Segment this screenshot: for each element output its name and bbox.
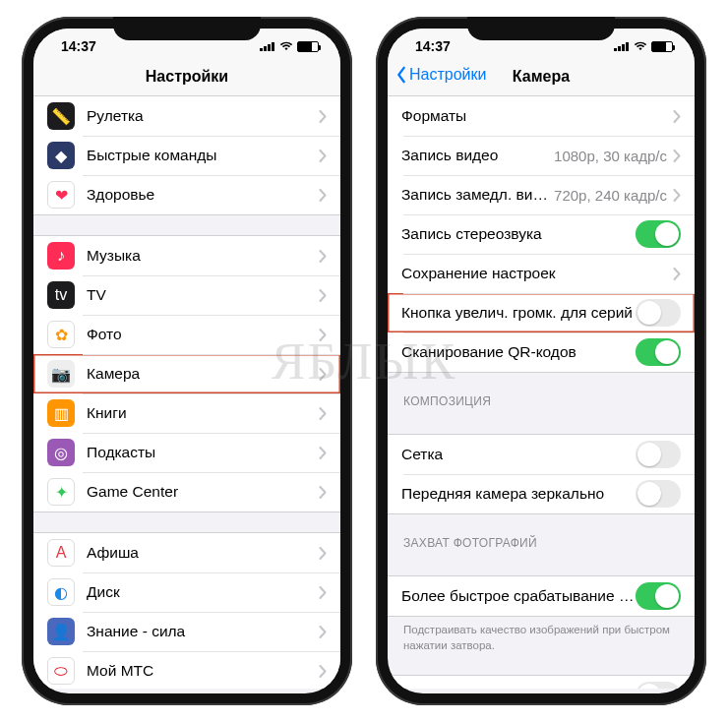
- row-label: Музыка: [87, 247, 319, 265]
- toggle-switch[interactable]: [636, 480, 681, 508]
- settings-row-mts[interactable]: ⬭Мой МТС: [33, 651, 340, 689]
- settings-row-afisha[interactable]: AАфиша: [33, 533, 340, 572]
- row-label: Быстрые команды: [87, 147, 319, 164]
- row-label: Game Center: [87, 483, 319, 501]
- chevron-right-icon: [319, 289, 327, 302]
- section-header: ЗАХВАТ ФОТОГРАФИЙ: [388, 514, 695, 556]
- row-label: Сетка: [401, 446, 636, 463]
- chevron-right-icon: [319, 447, 327, 459]
- toggle-switch[interactable]: [636, 682, 681, 689]
- settings-row-books[interactable]: ▥Книги: [33, 393, 340, 433]
- chevron-right-icon: [319, 586, 327, 599]
- camera-row[interactable]: Более быстрое срабатывание затвора: [388, 576, 695, 616]
- ruler-icon: 📏: [47, 102, 75, 130]
- settings-row-knowledge[interactable]: 👤Знание - сила: [33, 612, 340, 651]
- music-icon: ♪: [47, 242, 75, 270]
- nav-title: Настройки: [146, 68, 228, 85]
- chevron-right-icon: [319, 110, 327, 123]
- back-button[interactable]: Настройки: [395, 66, 486, 84]
- settings-row-shortcuts[interactable]: ◆Быстрые команды: [33, 136, 340, 175]
- notch: [113, 17, 261, 40]
- toggle-switch[interactable]: [636, 441, 681, 468]
- screen-left: 14:37 Настройки 📏Рулетка◆Быстрые команды…: [33, 29, 340, 693]
- toggle-switch[interactable]: [636, 582, 681, 610]
- toggle-switch[interactable]: [636, 338, 681, 366]
- settings-row-gamecenter[interactable]: ✦Game Center: [33, 472, 340, 511]
- nav-bar: Настройки Камера: [388, 64, 695, 96]
- chevron-right-icon: [673, 150, 681, 162]
- camera-row[interactable]: Кнопка увелич. громк. для серий: [388, 293, 695, 332]
- row-label: Смарт-HDR: [401, 687, 636, 689]
- settings-row-music[interactable]: ♪Музыка: [33, 236, 340, 275]
- chevron-right-icon: [319, 329, 327, 341]
- wifi-icon: [279, 41, 293, 51]
- toggle-switch[interactable]: [636, 299, 681, 327]
- settings-row-camera[interactable]: 📷Камера: [33, 354, 340, 393]
- row-label: Запись замедл. видео: [401, 186, 554, 204]
- camera-row[interactable]: Сканирование QR-кодов: [388, 332, 695, 372]
- settings-row-podcasts[interactable]: ◎Подкасты: [33, 433, 340, 472]
- settings-row-ruler[interactable]: 📏Рулетка: [33, 96, 340, 136]
- settings-row-disk[interactable]: ◐Диск: [33, 572, 340, 612]
- settings-row-health[interactable]: ❤︎Здоровье: [33, 175, 340, 214]
- row-label: Подкасты: [87, 444, 319, 461]
- knowledge-icon: 👤: [47, 618, 75, 645]
- shortcuts-icon: ◆: [47, 142, 75, 169]
- section-footer: Подстраивать качество изображений при бы…: [388, 617, 695, 655]
- camera-row[interactable]: Запись стереозвука: [388, 214, 695, 254]
- row-label: Фото: [87, 326, 319, 343]
- tv-icon: tv: [47, 281, 75, 309]
- signal-icon: [260, 41, 275, 51]
- battery-icon: [297, 41, 319, 52]
- chevron-right-icon: [673, 189, 681, 202]
- chevron-right-icon: [319, 150, 327, 162]
- chevron-right-icon: [319, 486, 327, 499]
- row-label: Диск: [87, 583, 319, 601]
- notch: [467, 17, 615, 40]
- photos-icon: ✿: [47, 321, 75, 348]
- back-label: Настройки: [409, 66, 486, 84]
- mts-icon: ⬭: [47, 657, 75, 685]
- row-label: Запись стереозвука: [401, 225, 636, 243]
- camera-row[interactable]: Запись видео1080p, 30 кадр/с: [388, 136, 695, 175]
- camera-row[interactable]: Форматы: [388, 96, 695, 136]
- camera-row[interactable]: Запись замедл. видео720p, 240 кадр/с: [388, 175, 695, 214]
- section-header: КОМПОЗИЦИЯ: [388, 373, 695, 414]
- row-label: Рулетка: [87, 107, 319, 125]
- row-label: Запись видео: [401, 147, 554, 164]
- row-label: Сохранение настроек: [401, 265, 673, 282]
- health-icon: ❤︎: [47, 181, 75, 209]
- camera-row[interactable]: Смарт-HDR: [388, 676, 695, 689]
- disk-icon: ◐: [47, 578, 75, 606]
- camera-icon: 📷: [47, 360, 75, 388]
- chevron-right-icon: [673, 110, 681, 123]
- row-label: Книги: [87, 404, 319, 422]
- row-label: TV: [87, 286, 319, 304]
- chevron-right-icon: [319, 626, 327, 638]
- nav-bar: Настройки: [33, 64, 340, 96]
- settings-row-photos[interactable]: ✿Фото: [33, 315, 340, 354]
- row-label: Сканирование QR-кодов: [401, 343, 636, 361]
- row-label: Передняя камера зеркально: [401, 485, 636, 503]
- status-time: 14:37: [415, 38, 451, 54]
- afisha-icon: A: [47, 539, 75, 567]
- camera-row[interactable]: Передняя камера зеркально: [388, 474, 695, 513]
- phone-left: 14:37 Настройки 📏Рулетка◆Быстрые команды…: [22, 17, 352, 705]
- chevron-right-icon: [319, 368, 327, 381]
- settings-list[interactable]: 📏Рулетка◆Быстрые команды❤︎Здоровье♪Музык…: [33, 96, 340, 689]
- chevron-right-icon: [319, 189, 327, 202]
- chevron-right-icon: [319, 665, 327, 678]
- camera-row[interactable]: Сетка: [388, 435, 695, 474]
- signal-icon: [614, 41, 630, 51]
- battery-icon: [651, 41, 673, 52]
- nav-title: Камера: [513, 68, 570, 85]
- settings-row-tv[interactable]: tvTV: [33, 275, 340, 315]
- chevron-right-icon: [319, 547, 327, 560]
- row-label: Более быстрое срабатывание затвора: [401, 587, 636, 605]
- podcasts-icon: ◎: [47, 439, 75, 466]
- row-detail: 1080p, 30 кадр/с: [554, 148, 667, 164]
- row-label: Форматы: [401, 107, 673, 125]
- camera-row[interactable]: Сохранение настроек: [388, 254, 695, 293]
- toggle-switch[interactable]: [636, 220, 681, 248]
- camera-settings-list[interactable]: ФорматыЗапись видео1080p, 30 кадр/сЗапис…: [388, 96, 695, 689]
